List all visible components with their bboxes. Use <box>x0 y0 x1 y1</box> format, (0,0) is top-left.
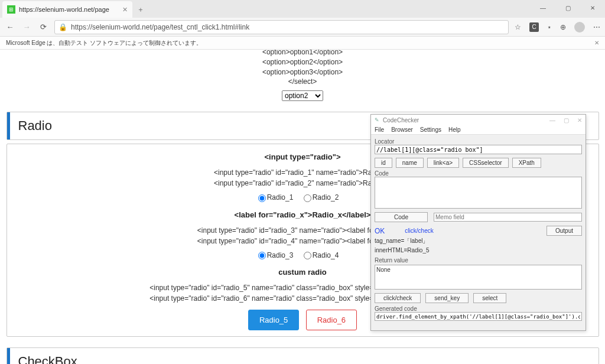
cc-generated-label: Generated code <box>375 306 582 312</box>
minimize-button[interactable]: — <box>531 0 555 15</box>
cc-output-button[interactable]: Output <box>547 226 582 236</box>
cc-menu-browser[interactable]: Browser <box>391 126 413 133</box>
feather-icon: ✎ <box>375 117 380 123</box>
cc-select-button[interactable]: select <box>473 293 506 303</box>
tab-close-icon[interactable]: ✕ <box>122 6 128 14</box>
cc-tagname-text: tag_name=「label」 <box>375 237 582 245</box>
cc-css-button[interactable]: CSSselector <box>463 158 509 168</box>
address-bar: ← → ⟳ 🔒 https://selenium-world.net/page/… <box>0 18 605 37</box>
profile-avatar[interactable] <box>574 22 585 32</box>
url-text: https://selenium-world.net/page/test_cnt… <box>71 23 249 31</box>
back-button[interactable]: ← <box>5 22 15 31</box>
extensions-icon[interactable]: ⊕ <box>560 23 566 31</box>
automation-infobar: Microsoft Edge は、自動テスト ソフトウェアによって制御されていま… <box>0 37 605 50</box>
radio-2[interactable] <box>304 194 311 202</box>
cc-menu-file[interactable]: File <box>375 126 384 133</box>
radio-3[interactable] <box>258 252 266 259</box>
cc-maximize-icon[interactable]: ▢ <box>564 117 569 124</box>
cc-name-button[interactable]: name <box>396 158 424 168</box>
radio-1[interactable] <box>258 194 266 202</box>
addfav-icon[interactable]: ⋆ <box>547 23 552 31</box>
option-select[interactable]: option2 <box>282 90 323 101</box>
cc-clickcheck-link[interactable]: click/check <box>405 228 433 234</box>
radio-6-button[interactable]: Radio_6 <box>306 310 357 330</box>
cc-code-button[interactable]: Code <box>375 212 428 222</box>
new-tab-button[interactable]: ＋ <box>132 1 149 18</box>
cc-titlebar[interactable]: ✎ CodeChecker — ▢ ✕ <box>371 115 586 125</box>
cc-code-label: Code <box>375 170 582 177</box>
cc-xpath-button[interactable]: XPath <box>512 158 541 168</box>
radio-4[interactable] <box>304 252 311 259</box>
close-window-button[interactable]: ✕ <box>580 0 605 15</box>
cc-title-text: CodeChecker <box>383 117 419 124</box>
checkbox-heading: CheckBox <box>7 348 599 364</box>
url-input[interactable]: 🔒 https://selenium-world.net/page/test_c… <box>54 20 509 34</box>
cc-ok-status: OK <box>375 227 385 235</box>
codechecker-window[interactable]: ✎ CodeChecker — ▢ ✕ File Browser Setting… <box>370 114 586 331</box>
cc-menu-help[interactable]: Help <box>448 126 461 133</box>
cc-link-button[interactable]: link<a> <box>427 158 459 168</box>
maximize-button[interactable]: ▢ <box>555 0 580 15</box>
window-controls: — ▢ ✕ <box>531 0 605 15</box>
forward-button[interactable]: → <box>21 22 32 31</box>
radio-4-label[interactable]: Radio_4 <box>313 251 339 259</box>
cc-close-icon[interactable]: ✕ <box>577 117 582 124</box>
refresh-button[interactable]: ⟳ <box>38 22 48 31</box>
select-code-snippet: <option>option1</option> <option>option2… <box>6 50 599 87</box>
cc-locator-label: Locator <box>375 138 582 145</box>
cc-menu-settings[interactable]: Settings <box>420 126 441 133</box>
radio-3-label[interactable]: Radio_3 <box>267 251 294 259</box>
checkbox-card: CheckBox <box>6 347 599 364</box>
cc-memo-input[interactable] <box>434 213 582 222</box>
cc-return-box: None <box>375 265 582 290</box>
cc-locator-input[interactable] <box>375 145 582 154</box>
cc-code-textarea[interactable] <box>375 177 582 209</box>
radio-2-label[interactable]: Radio_2 <box>313 193 339 202</box>
radio-1-label[interactable]: Radio_1 <box>267 193 294 202</box>
cc-minimize-icon[interactable]: — <box>549 117 555 124</box>
infobar-close-icon[interactable]: ✕ <box>594 40 599 46</box>
cc-sendkey-button[interactable]: send_key <box>425 293 469 303</box>
favicon-icon: ⊞ <box>7 5 15 14</box>
cc-clickcheck-button[interactable]: click/check <box>375 293 421 303</box>
cc-id-button[interactable]: id <box>375 158 392 168</box>
browser-tab[interactable]: ⊞ https://selenium-world.net/page ✕ <box>2 1 132 18</box>
tab-title: https://selenium-world.net/page <box>19 6 109 13</box>
favorite-icon[interactable]: ☆ <box>515 23 521 31</box>
collections-icon[interactable]: C <box>529 22 539 32</box>
titlebar: ⊞ https://selenium-world.net/page ✕ ＋ — … <box>0 0 605 18</box>
radio-5-button[interactable]: Radio_5 <box>248 310 299 330</box>
menu-icon[interactable]: ⋯ <box>593 23 600 31</box>
cc-menubar: File Browser Settings Help <box>371 125 586 135</box>
cc-innerhtml-text: innerHTML=Radio_5 <box>375 246 582 255</box>
infobar-text: Microsoft Edge は、自動テスト ソフトウェアによって制御されていま… <box>6 39 202 47</box>
cc-generated-input[interactable] <box>375 312 582 321</box>
cc-return-label: Return value <box>375 257 582 264</box>
lock-icon: 🔒 <box>58 23 67 31</box>
